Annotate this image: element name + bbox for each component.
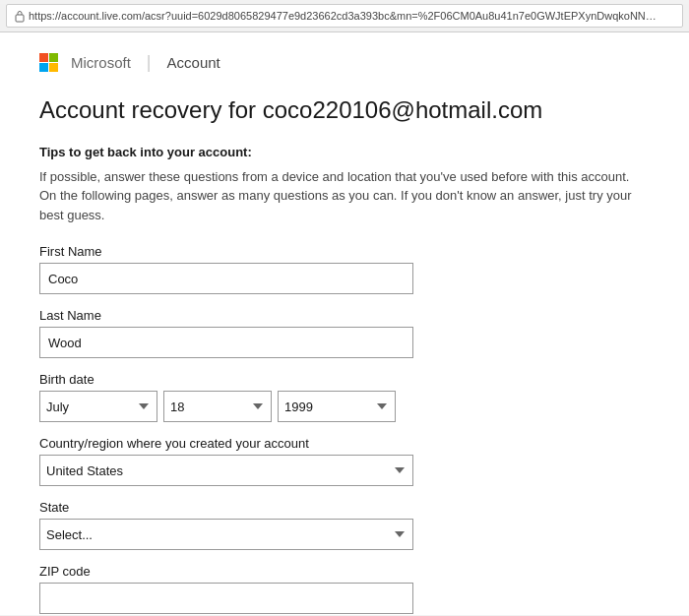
last-name-label: Last Name [39, 308, 650, 323]
last-name-group: Last Name [39, 308, 650, 358]
zip-code-group: ZIP code [39, 564, 650, 614]
ms-brand-label: Microsoft [71, 54, 131, 71]
tips-line1: If possible, answer these questions from… [39, 169, 629, 184]
tips-section: Tips to get back into your account: If p… [39, 145, 650, 225]
state-group: State Select...AlabamaAlaskaArizonaArkan… [39, 500, 650, 550]
address-bar: https://account.live.com/acsr?uuid=6029d… [6, 4, 683, 28]
country-select[interactable]: United StatesUnited KingdomCanadaAustral… [39, 455, 413, 486]
browser-chrome: https://account.live.com/acsr?uuid=6029d… [0, 4, 689, 32]
logo-q2 [49, 53, 58, 62]
country-label: Country/region where you created your ac… [39, 436, 650, 451]
ms-header: Microsoft | Account [39, 52, 650, 73]
first-name-group: First Name [39, 244, 650, 294]
birth-date-label: Birth date [39, 372, 650, 387]
header-divider: | [147, 52, 152, 73]
lock-icon [15, 10, 25, 23]
tips-text: If possible, answer these questions from… [39, 167, 650, 225]
logo-q3 [39, 63, 48, 72]
header-section-label: Account [167, 54, 220, 71]
state-label: State [39, 500, 650, 515]
page-content: Microsoft | Account Account recovery for… [0, 32, 689, 615]
last-name-input[interactable] [39, 327, 413, 358]
birth-date-row: JanuaryFebruaryMarchAprilMayJuneJulyAugu… [39, 391, 650, 422]
first-name-label: First Name [39, 244, 650, 259]
country-group: Country/region where you created your ac… [39, 436, 650, 486]
logo-q1 [39, 53, 48, 62]
page-title: Account recovery for coco220106@hotmail.… [39, 96, 650, 125]
tips-line2: On the following pages, answer as many q… [39, 188, 632, 222]
tips-heading: Tips to get back into your account: [39, 145, 650, 159]
birth-date-group: Birth date JanuaryFebruaryMarchAprilMayJ… [39, 372, 650, 422]
zip-input[interactable] [39, 583, 413, 614]
svg-rect-0 [16, 15, 24, 22]
url-text: https://account.live.com/acsr?uuid=6029d… [29, 10, 658, 22]
first-name-input[interactable] [39, 263, 413, 294]
logo-q4 [49, 63, 58, 72]
zip-label: ZIP code [39, 564, 650, 579]
birth-day-select[interactable]: 1234567891011121314151617181920212223242… [163, 391, 272, 422]
birth-year-select[interactable]: 2023202220212020201920182017201620152014… [278, 391, 396, 422]
birth-month-select[interactable]: JanuaryFebruaryMarchAprilMayJuneJulyAugu… [39, 391, 157, 422]
microsoft-logo [39, 53, 59, 73]
state-select[interactable]: Select...AlabamaAlaskaArizonaArkansasCal… [39, 519, 413, 550]
